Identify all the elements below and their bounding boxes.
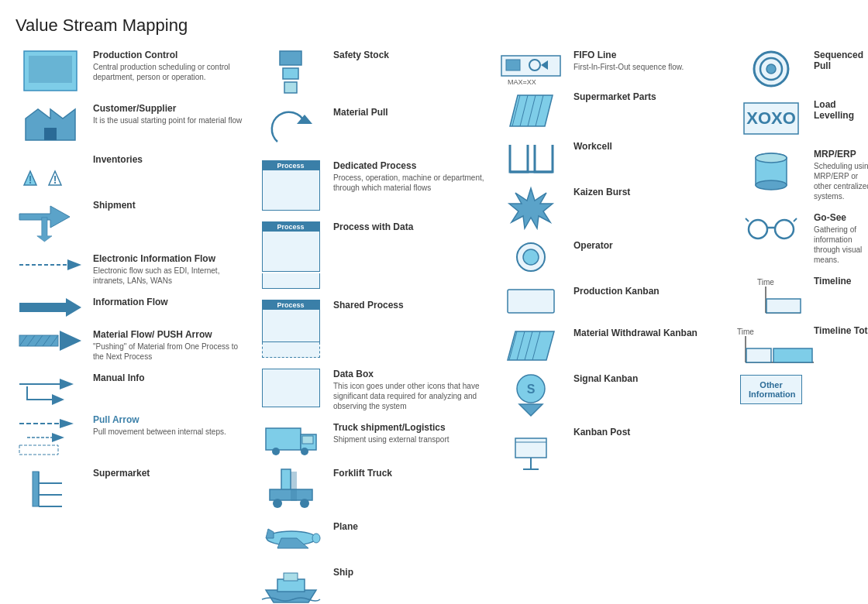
svg-marker-50 bbox=[266, 529, 274, 538]
item-sequenced-pull: Sequenced Pull bbox=[736, 50, 868, 88]
svg-rect-103 bbox=[773, 348, 812, 362]
svg-point-45 bbox=[273, 499, 282, 508]
ship-text: Ship bbox=[333, 567, 488, 579]
data-box-text: Data Box This icon goes under other icon… bbox=[333, 369, 488, 411]
manual-info-icon bbox=[16, 372, 85, 403]
svg-text:MAX=XX: MAX=XX bbox=[508, 78, 536, 86]
forklift-icon bbox=[256, 468, 326, 510]
svg-marker-27 bbox=[52, 433, 64, 442]
svg-rect-98 bbox=[766, 299, 801, 313]
item-pull-arrow: Pull Arrow Pull movement between interna… bbox=[16, 414, 256, 457]
sequenced-pull-icon bbox=[736, 50, 806, 88]
svg-text:S: S bbox=[527, 383, 536, 396]
pull-arrow-icon bbox=[16, 414, 85, 457]
timeline-text: Timeline bbox=[814, 276, 868, 288]
material-kanban-icon bbox=[496, 328, 566, 362]
svg-rect-68 bbox=[508, 290, 554, 313]
truck-icon bbox=[256, 422, 326, 457]
electronic-info-text: Electronic Information Flow Electronic f… bbox=[93, 253, 248, 286]
item-workcell: Workcell bbox=[496, 141, 736, 176]
svg-point-89 bbox=[756, 153, 787, 163]
push-arrow-icon bbox=[16, 329, 85, 352]
item-shared-process: Process Shared Process bbox=[256, 300, 496, 358]
svg-line-93 bbox=[746, 218, 749, 221]
info-flow-icon bbox=[16, 297, 85, 318]
item-manual-info: Manual Info bbox=[16, 372, 256, 403]
truck-text: Truck shipment/Logistics Shipment using … bbox=[333, 422, 488, 444]
safety-stock-text: Safety Stock bbox=[333, 50, 488, 62]
column-3: MAX=XX FIFO Line First-In-First-Out sequ… bbox=[496, 50, 736, 604]
material-pull-icon bbox=[256, 107, 326, 149]
item-kanban-post: Kanban Post bbox=[496, 427, 736, 469]
production-kanban-icon bbox=[496, 286, 566, 317]
dedicated-process-icon: Process bbox=[256, 160, 326, 211]
material-push-text: Material Flow/ PUSH Arrow "Pushing" of M… bbox=[93, 329, 248, 362]
supermarket-parts-icon bbox=[496, 91, 566, 130]
svg-point-41 bbox=[272, 448, 280, 455]
inventories-text: Inventories bbox=[93, 154, 248, 166]
item-material-kanban: Material Withdrawal Kanban bbox=[496, 328, 736, 362]
item-plane: Plane bbox=[256, 521, 496, 556]
svg-rect-35 bbox=[283, 68, 298, 79]
inventories-icon: ! ! bbox=[16, 154, 85, 189]
svg-rect-36 bbox=[284, 82, 297, 93]
svg-rect-40 bbox=[302, 436, 313, 444]
item-mrp-erp: MRP/ERP Scheduling using MRP/ERP or othe… bbox=[736, 149, 868, 201]
dedicated-process-text: Dedicated Process Process, operation, ma… bbox=[333, 160, 488, 193]
item-shipment: Shipment bbox=[16, 200, 256, 242]
svg-point-91 bbox=[775, 220, 794, 239]
info-flow-text: Information Flow bbox=[93, 297, 248, 309]
plane-icon bbox=[256, 521, 326, 556]
workcell-icon bbox=[496, 141, 566, 176]
sequenced-pull-text: Sequenced Pull bbox=[814, 50, 868, 73]
item-electronic-info: Electronic Information Flow Electronic f… bbox=[16, 253, 256, 286]
svg-marker-20 bbox=[60, 331, 81, 351]
svg-text:!: ! bbox=[53, 173, 57, 186]
process-with-data-icon: Process bbox=[256, 221, 326, 289]
production-control-icon bbox=[16, 50, 85, 92]
item-ship: Ship bbox=[256, 567, 496, 604]
workcell-text: Workcell bbox=[574, 141, 728, 153]
production-control-text: Production Control Central production sc… bbox=[93, 50, 248, 82]
svg-rect-55 bbox=[506, 60, 520, 70]
safety-stock-icon bbox=[256, 50, 326, 96]
supermarket-icon bbox=[16, 468, 85, 510]
svg-marker-65 bbox=[509, 188, 553, 228]
kanban-post-text: Kanban Post bbox=[574, 427, 728, 439]
svg-point-46 bbox=[300, 499, 309, 508]
go-see-text: Go-See Gathering of information through … bbox=[814, 212, 868, 265]
forklift-text: Forklift Truck bbox=[333, 468, 488, 480]
item-fifo: MAX=XX FIFO Line First-In-First-Out sequ… bbox=[496, 50, 736, 81]
process-with-data-text: Process with Data bbox=[333, 221, 488, 234]
svg-rect-29 bbox=[33, 472, 39, 506]
item-signal-kanban: S Signal Kanban bbox=[496, 373, 736, 416]
main-grid: Production Control Central production sc… bbox=[16, 50, 852, 604]
svg-marker-13 bbox=[66, 298, 81, 317]
timeline-total-icon: Time bbox=[736, 325, 806, 364]
item-material-pull: Material Pull bbox=[256, 107, 496, 149]
item-timeline-total: Time Timeline Total bbox=[736, 325, 868, 364]
svg-rect-3 bbox=[44, 128, 57, 140]
svg-point-83 bbox=[766, 64, 776, 74]
item-process-with-data: Process Process with Data bbox=[256, 221, 496, 289]
factory-icon bbox=[16, 103, 85, 143]
fifo-text: FIFO Line First-In-First-Out sequence fl… bbox=[574, 50, 728, 72]
svg-point-88 bbox=[756, 180, 787, 190]
signal-kanban-text: Signal Kanban bbox=[574, 373, 728, 386]
svg-point-51 bbox=[312, 534, 320, 543]
operator-icon bbox=[496, 240, 566, 275]
item-kaizen-burst: Kaizen Burst bbox=[496, 187, 736, 229]
shipment-icon bbox=[16, 200, 85, 242]
svg-text:Time: Time bbox=[757, 278, 774, 287]
signal-kanban-icon: S bbox=[496, 373, 566, 416]
pull-arrow-text: Pull Arrow Pull movement between interna… bbox=[93, 414, 248, 437]
shared-process-icon: Process bbox=[256, 300, 326, 358]
svg-marker-22 bbox=[60, 379, 74, 390]
svg-line-94 bbox=[794, 218, 797, 221]
plane-text: Plane bbox=[333, 521, 488, 534]
page-title: Value Stream Mapping bbox=[16, 15, 852, 36]
item-safety-stock: Safety Stock bbox=[256, 50, 496, 96]
manual-info-text: Manual Info bbox=[93, 372, 248, 385]
supermarket-parts-text: Supermarket Parts bbox=[574, 91, 728, 104]
other-info-box: OtherInformation bbox=[740, 375, 802, 404]
